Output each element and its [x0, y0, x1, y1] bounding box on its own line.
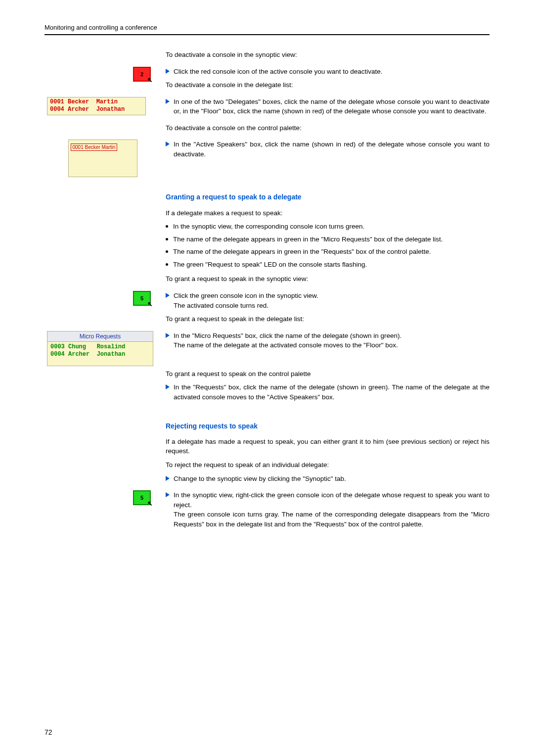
deactivate-control-intro: To deactivate a console on the control p…	[166, 123, 490, 133]
triangle-bullet-icon	[166, 476, 170, 481]
triangle-bullet-icon	[166, 492, 170, 497]
reject-intro: If a delegate has made a request to spea…	[166, 437, 490, 456]
request-id: 0004	[50, 351, 65, 358]
green-console-figure: 5 ↖	[133, 490, 151, 505]
delegate-last: Becker	[68, 98, 89, 105]
granting-d4: The green "Request to speak" LED on the …	[173, 260, 367, 270]
triangle-bullet-icon	[166, 99, 170, 104]
grant-control-intro: To grant a request to speak on the contr…	[166, 369, 490, 379]
grant-synoptic-step: Click the green console icon in the syno…	[174, 291, 318, 301]
green-console-figure: 5 ↖	[133, 291, 151, 306]
delegate-list-figure: 0001 Becker Martin 0004 Archer Jonathan	[47, 97, 146, 115]
red-console-figure: 2 ↖	[133, 67, 151, 82]
dot-bullet-icon	[166, 225, 168, 228]
console-label: 2	[140, 71, 143, 77]
granting-d3: The name of the delegate appears in gree…	[173, 247, 431, 257]
delegate-id: 0001	[50, 98, 64, 105]
request-first: Jonathan	[97, 351, 126, 358]
dot-bullet-icon	[166, 263, 168, 266]
deactivate-delegate-step: In one of the two "Delegates" boxes, cli…	[174, 97, 490, 116]
micro-requests-figure: Micro Requests 0003 Chung Rosalind 0004 …	[47, 331, 153, 366]
delegate-last: Archer	[68, 106, 89, 113]
active-speaker-name: 0001 Becker Martin	[71, 143, 118, 151]
deactivate-synoptic-intro: To deactivate a console in the synoptic …	[166, 50, 490, 60]
granting-heading: Granting a request to speak to a delegat…	[166, 192, 490, 202]
rejecting-heading: Rejecting requests to speak	[166, 421, 490, 431]
reject-intro2: To reject the request to speak of an ind…	[166, 460, 490, 470]
granting-intro: If a delegate makes a request to speak:	[166, 208, 490, 218]
granting-d1: In the synoptic view, the corresponding …	[173, 222, 364, 232]
request-id: 0003	[50, 343, 65, 350]
granting-d2: The name of the delegate appears in gree…	[173, 235, 443, 244]
cursor-icon: ↖	[147, 300, 153, 308]
page-header: Monitoring and controlling a conference	[44, 24, 490, 35]
triangle-bullet-icon	[166, 142, 170, 146]
triangle-bullet-icon	[166, 69, 170, 74]
request-last: Chung	[68, 343, 86, 350]
console-label: 5	[140, 495, 143, 501]
reject-step2-result: The green console icon turns gray. The n…	[174, 510, 490, 529]
dot-bullet-icon	[166, 238, 168, 240]
deactivate-delegate-intro: To deactivate a console in the delegate …	[166, 80, 490, 90]
reject-step1: Change to the synoptic view by clicking …	[174, 474, 346, 484]
console-label: 5	[140, 295, 143, 301]
triangle-bullet-icon	[166, 293, 170, 298]
deactivate-control-step: In the "Active Speakers" box, click the …	[174, 140, 490, 159]
micro-requests-title: Micro Requests	[47, 331, 153, 342]
delegate-first: Jonathan	[96, 106, 125, 113]
grant-delegate-step: In the "Micro Requests" box, click the n…	[174, 331, 401, 341]
page-number: 72	[44, 728, 52, 736]
grant-control-step: In the "Requests" box, click the name of…	[174, 382, 490, 402]
dot-bullet-icon	[166, 250, 168, 253]
grant-delegate-result: The name of the delegate at the activate…	[174, 340, 401, 350]
grant-delegate-intro: To grant a request to speak in the deleg…	[166, 314, 490, 324]
delegate-id: 0004	[50, 106, 64, 113]
triangle-bullet-icon	[166, 384, 170, 389]
delegate-first: Martin	[96, 98, 118, 105]
reject-step2: In the synoptic view, right-click the gr…	[174, 490, 490, 510]
grant-synoptic-intro: To grant a request to speak in the synop…	[166, 274, 490, 284]
control-palette-figure: 0001 Becker Martin	[68, 140, 137, 177]
cursor-icon: ↖	[147, 76, 153, 84]
request-first: Rosalind	[97, 343, 126, 350]
triangle-bullet-icon	[166, 333, 170, 338]
grant-synoptic-result: The activated console turns red.	[174, 301, 318, 311]
cursor-icon: ↖	[147, 500, 153, 507]
request-last: Archer	[68, 351, 89, 358]
deactivate-synoptic-step: Click the red console icon of the active…	[174, 67, 383, 77]
